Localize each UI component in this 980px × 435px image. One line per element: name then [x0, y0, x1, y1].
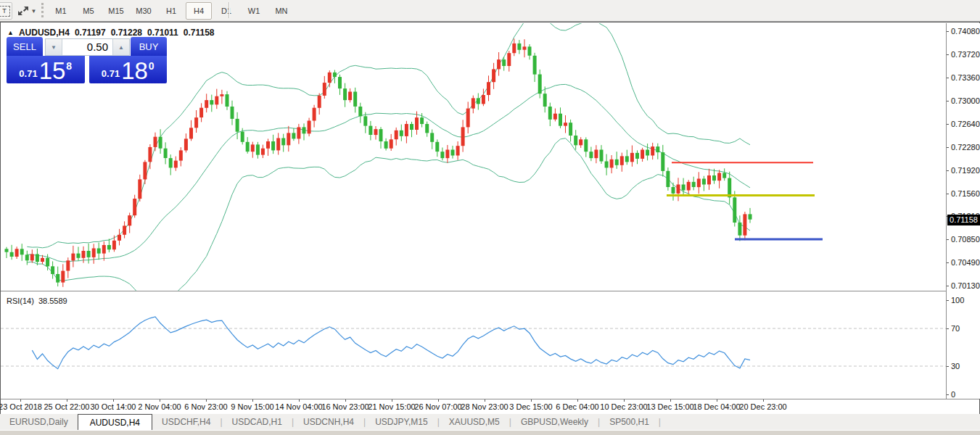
- time-tick: [763, 399, 764, 402]
- chart-tab-usdcnh-h4[interactable]: USDCNH,H4: [294, 414, 363, 430]
- price-axis-label: 0.71560: [951, 189, 980, 199]
- rsi-tick: [947, 328, 949, 329]
- chart-tab-xauusd-m5[interactable]: XAUUSD,M5: [440, 414, 509, 430]
- price-axis-label: 0.74080: [951, 27, 980, 36]
- time-axis-label: 30 Oct 14:00: [91, 402, 136, 411]
- rsi-pane[interactable]: RSI(14) 38.5589: [1, 294, 946, 399]
- price-tick: [947, 54, 949, 55]
- timeframe-button-h1[interactable]: H1: [158, 2, 184, 20]
- chart-tab-audusd-h4[interactable]: AUDUSD,H4: [78, 414, 152, 430]
- timeframe-button-m15[interactable]: M15: [103, 2, 129, 20]
- time-axis-label: 16 Nov 23:00: [321, 402, 368, 411]
- sell-price-display[interactable]: 0.71 15 8: [7, 56, 85, 83]
- chart-tab-usdjpy-m15[interactable]: USDJPY,M15: [366, 414, 437, 430]
- toolbar-grip[interactable]: [41, 3, 46, 17]
- buy-price-prefix: 0.71: [102, 68, 120, 79]
- time-axis-label: 2 Nov 04:00: [138, 402, 181, 411]
- rsi-value: 38.5589: [38, 297, 67, 305]
- time-axis-label: 25 Oct 22:00: [44, 402, 90, 411]
- time-tick: [624, 399, 625, 402]
- bollinger-middle-band: [27, 84, 750, 262]
- price-axis-label: 0.73360: [951, 73, 980, 83]
- timeframe-button-d1[interactable]: D1: [213, 2, 239, 20]
- price-axis-label: 0.70490: [951, 258, 980, 268]
- rsi-line: [32, 317, 750, 369]
- chart-symbol: AUDUSD,H4: [19, 28, 70, 38]
- price-tick: [947, 31, 949, 32]
- text-tool-button[interactable]: T: [0, 2, 12, 20]
- tab-separator: |: [659, 414, 661, 430]
- time-axis-label: 26 Nov 07:00: [414, 402, 461, 411]
- time-tick: [485, 399, 485, 402]
- collapse-triangle-icon[interactable]: ▲: [7, 29, 14, 36]
- rsi-tick: [947, 366, 949, 367]
- time-axis[interactable]: 23 Oct 201825 Oct 22:0030 Oct 14:002 Nov…: [1, 399, 979, 415]
- timeframe-button-mn[interactable]: MN: [268, 2, 295, 20]
- ohlc-high: 0.71228: [111, 28, 142, 38]
- lot-decrease-button[interactable]: ▼: [46, 39, 62, 55]
- time-axis-label: 6 Dec 04:00: [556, 402, 598, 411]
- ohlc-open: 0.71197: [75, 28, 106, 38]
- one-click-trade-panel: SELL ▼ 0.50 ▲ BUY 0.71 15 8 0.71: [7, 37, 167, 83]
- main-chart-pane[interactable]: ▲ AUDUSD,H4 0.71197 0.71228 0.71011 0.71…: [1, 23, 946, 291]
- time-axis-label: 14 Nov 04:00: [275, 402, 322, 411]
- buy-price-big: 18: [121, 60, 148, 82]
- rsi-axis-label: 70: [951, 324, 960, 334]
- buy-price-display[interactable]: 0.71 18 0: [89, 56, 168, 83]
- price-tick: [947, 147, 949, 148]
- timeframe-button-m30[interactable]: M30: [131, 2, 157, 20]
- time-tick: [717, 399, 717, 402]
- time-tick: [392, 399, 392, 402]
- price-axis[interactable]: 0.740800.737200.733600.730000.726400.722…: [946, 23, 980, 399]
- lot-size-input[interactable]: 0.50: [62, 39, 112, 55]
- bottom-strip: [0, 430, 980, 435]
- time-tick: [670, 399, 671, 402]
- cursor-arrows-button[interactable]: ▼: [15, 2, 38, 20]
- sell-price-prefix: 0.71: [19, 68, 37, 79]
- chart-tab-usdchf-h4[interactable]: USDCHF,H4: [152, 414, 220, 430]
- sell-price-sup: 8: [66, 60, 72, 72]
- price-tick: [947, 78, 949, 78]
- chart-tab-usdcad-h1[interactable]: USDCAD,H1: [223, 414, 292, 430]
- timeframe-button-m1[interactable]: M1: [48, 2, 74, 20]
- price-tick: [947, 239, 949, 240]
- timeframe-button-m5[interactable]: M5: [75, 2, 102, 20]
- price-tick: [947, 286, 949, 286]
- time-tick: [160, 399, 160, 402]
- sell-price-big: 15: [39, 60, 66, 82]
- price-axis-label: 0.73720: [951, 50, 980, 59]
- chart-tab-sp500-h1[interactable]: SP500,H1: [600, 414, 659, 430]
- price-tick: [947, 124, 949, 125]
- rsi-tick: [947, 300, 949, 301]
- time-axis-label: 20 Dec 23:00: [739, 402, 786, 411]
- timeframe-button-w1[interactable]: W1: [241, 2, 267, 20]
- pane-splitter[interactable]: [1, 291, 979, 291]
- price-axis-label: 0.70850: [951, 235, 980, 244]
- chart-tab-gbpusd-weekly[interactable]: GBPUSD,Weekly: [511, 414, 598, 430]
- timeframe-button-h4[interactable]: H4: [186, 2, 212, 20]
- price-tick: [947, 262, 949, 263]
- chart-window: ▲ AUDUSD,H4 0.71197 0.71228 0.71011 0.71…: [0, 22, 980, 414]
- time-tick: [20, 399, 21, 402]
- time-tick: [438, 399, 439, 402]
- sell-button[interactable]: SELL: [7, 37, 43, 56]
- time-tick: [252, 399, 253, 402]
- ohlc-low: 0.71011: [147, 28, 178, 38]
- rsi-indicator-title: RSI(14) 38.5589: [7, 297, 67, 305]
- price-axis-label: 0.72280: [951, 143, 980, 152]
- lot-increase-button[interactable]: ▲: [112, 39, 129, 55]
- price-axis-label: 0.71920: [951, 166, 980, 175]
- price-axis-label: 0.72640: [951, 120, 980, 129]
- price-tick: [947, 170, 949, 171]
- chart-tab-eurusd-daily[interactable]: EURUSD,Daily: [0, 414, 78, 430]
- time-axis-label: 21 Nov 15:00: [368, 402, 415, 411]
- chart-tab-bar: EURUSD,DailyAUDUSD,H4USDCHF,H4|USDCAD,H1…: [0, 414, 980, 430]
- time-axis-label: 10 Dec 23:00: [600, 402, 647, 411]
- time-tick: [67, 399, 67, 402]
- toolbar-separator: [228, 2, 230, 18]
- buy-button[interactable]: BUY: [131, 37, 167, 56]
- text-tool-icon: T: [0, 6, 10, 17]
- rsi-chart[interactable]: [1, 294, 946, 399]
- rsi-axis-label: 100: [951, 296, 964, 305]
- time-tick: [113, 399, 114, 402]
